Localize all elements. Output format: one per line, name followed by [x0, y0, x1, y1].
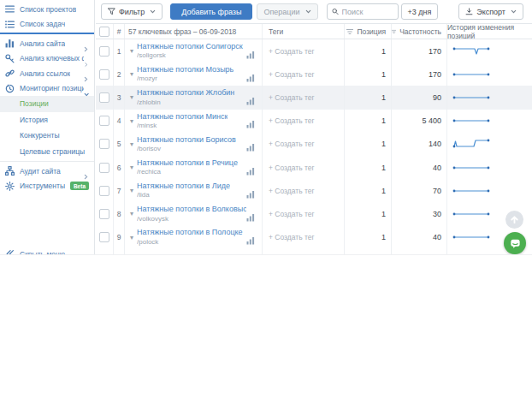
filter-button-label: Фильтр: [119, 8, 145, 16]
row-number: 9: [114, 226, 125, 249]
bar-chart-icon[interactable]: [246, 47, 255, 56]
keyword-link[interactable]: Натяжные потолки Минск: [137, 112, 228, 122]
create-tag-button[interactable]: + Создать тег: [269, 233, 315, 241]
sidebar-item-tasks[interactable]: Список задач: [0, 17, 94, 33]
sidebar-item-label: Мониторинг позиций: [20, 84, 84, 92]
expand-caret-icon[interactable]: ▾: [130, 187, 133, 194]
header-position[interactable]: Позиция: [357, 27, 386, 36]
sidebar-item-audit[interactable]: Аудит сайта: [0, 164, 94, 179]
add-phrases-button[interactable]: Добавить фразы: [170, 3, 252, 20]
row-checkbox[interactable]: [99, 116, 109, 126]
sidebar-subitem[interactable]: История: [0, 112, 94, 128]
filter-button[interactable]: Фильтр: [101, 3, 163, 20]
position-value: 1: [381, 93, 386, 102]
select-all-checkbox[interactable]: [99, 27, 109, 37]
sidebar-subitem[interactable]: Позиции: [0, 96, 94, 112]
create-tag-button[interactable]: + Создать тег: [269, 210, 315, 218]
frequency-value: 30: [433, 210, 441, 218]
row-checkbox[interactable]: [99, 92, 109, 103]
header-number: #: [114, 24, 125, 39]
create-tag-button[interactable]: + Создать тег: [269, 164, 315, 172]
sidebar-item-key[interactable]: Анализ ключевых фраз: [0, 51, 94, 67]
create-tag-button[interactable]: + Создать тег: [269, 93, 315, 102]
expand-caret-icon[interactable]: ▾: [130, 117, 133, 125]
create-tag-button[interactable]: + Создать тег: [269, 116, 315, 125]
chevron-right-icon: [83, 168, 89, 174]
keyword-link[interactable]: Натяжные потолки в Речице: [137, 158, 238, 168]
row-checkbox[interactable]: [99, 46, 109, 57]
create-tag-button[interactable]: + Создать тег: [269, 187, 315, 195]
row-checkbox[interactable]: [99, 209, 109, 219]
scroll-to-top-button[interactable]: [505, 211, 523, 229]
sort-icon[interactable]: [346, 28, 353, 35]
chevron-right-icon: [83, 40, 89, 46]
create-tag-button[interactable]: + Создать тег: [269, 70, 315, 79]
chevron-down-icon: [305, 9, 311, 15]
row-checkbox[interactable]: [99, 163, 109, 173]
sidebar-item-link[interactable]: Анализ ссылок: [0, 66, 94, 81]
expand-caret-icon[interactable]: ▾: [130, 47, 133, 55]
arrow-up-icon: [510, 215, 519, 224]
row-number: 6: [114, 156, 125, 179]
sidebar-item-label: Инструменты: [20, 182, 65, 190]
search-input[interactable]: [342, 8, 393, 16]
bar-chart-icon[interactable]: [246, 210, 255, 218]
row-number: 1: [114, 39, 125, 63]
site-analysis-icon: [5, 39, 15, 48]
bar-chart-icon[interactable]: [246, 93, 255, 102]
toolbar: Фильтр Добавить фразы Операции: [96, 0, 532, 24]
bar-chart-icon[interactable]: [246, 233, 255, 241]
main-area: Фильтр Добавить фразы Операции: [96, 0, 532, 255]
keyword-link[interactable]: Натяжные потолки в Волковыске: [137, 205, 246, 214]
bar-chart-icon[interactable]: [246, 164, 255, 172]
keyword-url: /zhlobin: [137, 98, 234, 107]
keyword-link[interactable]: Натяжные потолки Солигорск: [137, 42, 243, 51]
header-frequency[interactable]: Частотность: [399, 27, 441, 36]
days-button[interactable]: +3 дня: [401, 3, 439, 20]
expand-caret-icon[interactable]: ▾: [130, 210, 133, 217]
download-icon: [465, 8, 473, 15]
sidebar-subitem[interactable]: Целевые страницы: [0, 144, 94, 160]
export-button[interactable]: Экспорт: [458, 3, 523, 20]
export-button-label: Экспорт: [476, 8, 505, 16]
row-checkbox[interactable]: [99, 139, 109, 149]
position-history-sparkline: [452, 207, 490, 221]
sidebar-item-label: Анализ ключевых фраз: [20, 54, 84, 63]
operations-dropdown[interactable]: Операции: [257, 3, 317, 20]
position-history-sparkline: [452, 184, 490, 198]
expand-caret-icon[interactable]: ▾: [130, 140, 133, 148]
row-checkbox[interactable]: [99, 232, 109, 242]
row-number: 2: [114, 63, 125, 86]
audit-icon: [5, 166, 15, 176]
row-checkbox[interactable]: [99, 186, 109, 196]
sidebar-item-history[interactable]: Мониторинг позиций: [0, 81, 94, 97]
row-checkbox[interactable]: [99, 69, 109, 80]
expand-caret-icon[interactable]: ▾: [130, 93, 133, 101]
keyword-link[interactable]: Натяжные потолки в Лиде: [137, 182, 230, 191]
table-row: 6 ▾ Натяжные потолки в Речице /rechica +…: [96, 156, 532, 179]
sidebar-item-site-analysis[interactable]: Анализ сайта: [0, 36, 94, 51]
bar-chart-icon[interactable]: [246, 70, 255, 79]
keyword-url: /mozyr: [137, 74, 233, 83]
keyword-link[interactable]: Натяжные потолки Жлобин: [137, 88, 234, 98]
expand-caret-icon[interactable]: ▾: [130, 70, 133, 78]
keyword-link[interactable]: Натяжные потолки Борисов: [137, 135, 236, 145]
table-row: 5 ▾ Натяжные потолки Борисов /borisov + …: [96, 133, 532, 156]
sidebar-item-hide-menu[interactable]: Скрыть меню: [0, 247, 94, 255]
bar-chart-icon[interactable]: [246, 140, 255, 148]
chat-widget-button[interactable]: [504, 232, 526, 254]
sidebar-item-label: Список проектов: [20, 5, 76, 14]
create-tag-button[interactable]: + Создать тег: [269, 140, 315, 148]
bar-chart-icon[interactable]: [246, 116, 255, 125]
table-body: 1 ▾ Натяжные потолки Солигорск /soligors…: [96, 39, 532, 255]
expand-caret-icon[interactable]: ▾: [130, 164, 133, 171]
create-tag-button[interactable]: + Создать тег: [269, 47, 315, 56]
sidebar-item-menu[interactable]: Список проектов: [0, 2, 94, 17]
keyword-link[interactable]: Натяжные потолки в Полоцке: [137, 228, 243, 237]
keyword-link[interactable]: Натяжные потолки Мозырь: [137, 65, 233, 74]
expand-caret-icon[interactable]: ▾: [130, 234, 133, 241]
sort-icon[interactable]: [392, 28, 396, 35]
sidebar-subitem[interactable]: Конкуренты: [0, 128, 94, 144]
bar-chart-icon[interactable]: [246, 187, 255, 195]
sidebar-item-gear[interactable]: ИнструментыBeta: [0, 179, 94, 194]
